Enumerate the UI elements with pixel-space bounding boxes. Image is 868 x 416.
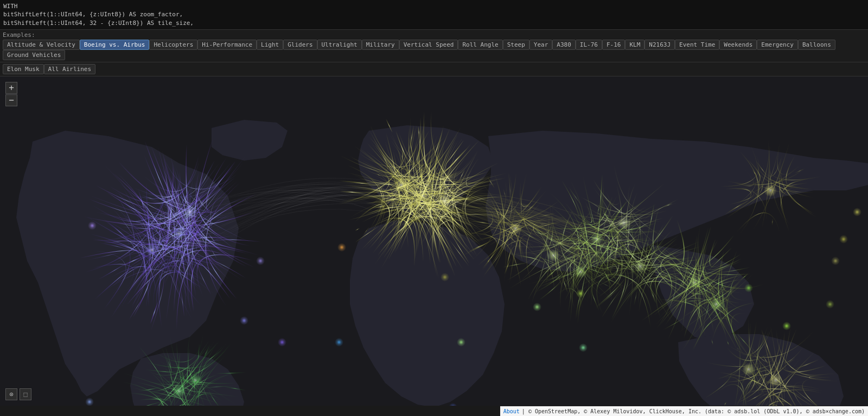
select-button[interactable]: ⬚ [20, 388, 31, 400]
code-line-2: bitShiftLeft(1::UInt64, {z:UInt8}) AS zo… [3, 10, 865, 18]
map-container[interactable]: + − ⊙ ⬚ [0, 76, 868, 406]
example-btn-altitude-velocity[interactable]: Altitude & Velocity [3, 40, 80, 50]
zoom-in-button[interactable]: + [5, 82, 17, 94]
code-line-1: WITH [3, 2, 865, 10]
zoom-controls: + − [5, 82, 17, 106]
example-btn-elon-musk[interactable]: Elon Musk [3, 64, 44, 74]
example-btn-helicopters[interactable]: Helicopters [149, 40, 197, 50]
toolbar-row1: Examples: Altitude & VelocityBoeing vs. … [0, 30, 868, 62]
flight-map [0, 76, 868, 406]
example-btn-gliders[interactable]: Gliders [283, 40, 317, 50]
about-link[interactable]: About [503, 408, 520, 414]
zoom-out-button[interactable]: − [5, 94, 17, 106]
example-btn-steep[interactable]: Steep [503, 40, 529, 50]
example-btn-ultralight[interactable]: Ultralight [317, 40, 362, 50]
example-btn-emergency[interactable]: Emergency [757, 40, 798, 50]
examples-label: Examples: [3, 31, 35, 39]
example-btn-hi-performance[interactable]: Hi-Performance [197, 40, 257, 50]
example-btn-boeing-vs-airbus[interactable]: Boeing vs. Airbus [80, 40, 150, 50]
code-area: WITH bitShiftLeft(1::UInt64, {z:UInt8}) … [0, 0, 868, 30]
example-btn-event-time[interactable]: Event Time [675, 40, 719, 50]
toolbar-row2: Elon MuskAll Airlines [0, 62, 868, 76]
example-btn-military[interactable]: Military [362, 40, 399, 50]
example-btn-vertical-speed[interactable]: Vertical Speed [399, 40, 458, 50]
example-btn-weekends[interactable]: Weekends [719, 40, 757, 50]
locate-button[interactable]: ⊙ [5, 388, 17, 400]
example-btn-light[interactable]: Light [257, 40, 283, 50]
map-bottom-controls: ⊙ ⬚ [5, 388, 31, 400]
example-btn-il-76[interactable]: IL-76 [576, 40, 602, 50]
example-buttons-row2: Elon MuskAll Airlines [3, 64, 95, 74]
example-btn-all-airlines[interactable]: All Airlines [44, 64, 95, 74]
example-btn-ground-vehicles[interactable]: Ground Vehicles [3, 50, 65, 60]
example-btn-n2163j[interactable]: N2163J [644, 40, 675, 50]
footer-attribution: | © OpenStreetMap, © Alexey Milovidov, C… [522, 408, 865, 414]
example-buttons-row1: Altitude & VelocityBoeing vs. AirbusHeli… [3, 40, 865, 60]
example-btn-f-16[interactable]: F-16 [602, 40, 626, 50]
code-line-3: bitShiftLeft(1::UInt64, 32 - {z:UInt8}) … [3, 19, 865, 27]
example-btn-balloons[interactable]: Balloons [798, 40, 835, 50]
example-btn-a380[interactable]: A380 [552, 40, 576, 50]
example-btn-klm[interactable]: KLM [625, 40, 644, 50]
example-btn-roll-angle[interactable]: Roll Angle [458, 40, 502, 50]
example-btn-year[interactable]: Year [529, 40, 553, 50]
footer: About | © OpenStreetMap, © Alexey Milovi… [500, 406, 868, 416]
